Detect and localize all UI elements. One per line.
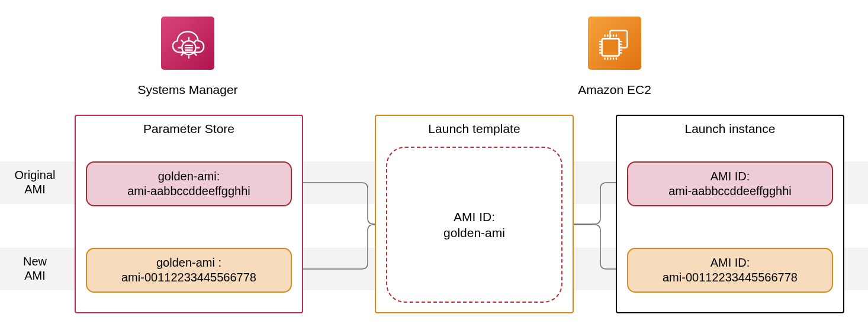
row-label-new-text: New AMI [23,255,47,282]
instance-original-pill: AMI ID: ami-aabbccddeeffgghhi [627,161,833,206]
parameter-store-title: Parameter Store [76,122,302,136]
instance-original-value: ami-aabbccddeeffgghhi [668,184,792,199]
ec2-icon [588,17,641,70]
arrow-param-original-to-lt [291,180,388,227]
svg-point-2 [191,47,192,48]
launch-template-title: Launch template [376,122,573,136]
ec2-text: Amazon EC2 [578,83,651,96]
instance-original-key: AMI ID: [711,169,750,184]
arrow-param-new-to-lt [291,223,388,271]
param-original-pill: golden-ami: ami-aabbccddeeffgghhi [86,161,292,206]
svg-point-1 [186,45,187,46]
systems-manager-icon [161,17,214,70]
launch-template-line2: golden-ami [443,225,505,241]
param-new-pill: golden-ami : ami-00112233445566778 [86,248,292,293]
instance-new-pill: AMI ID: ami-00112233445566778 [627,248,833,293]
row-label-original: Original AMI [0,168,70,196]
launch-instance-title: Launch instance [617,122,843,136]
systems-manager-text: Systems Manager [137,83,237,96]
row-label-original-text: Original AMI [15,169,56,196]
systems-manager-label: Systems Manager [99,83,277,97]
launch-template-inner: AMI ID: golden-ami [386,147,562,303]
svg-point-3 [187,49,188,50]
instance-new-value: ami-00112233445566778 [663,270,798,285]
instance-new-key: AMI ID: [711,255,750,270]
param-original-key: golden-ami: [158,169,220,184]
ec2-label: Amazon EC2 [526,83,703,97]
param-original-value: ami-aabbccddeeffgghhi [127,184,250,199]
launch-template-line1: AMI ID: [454,209,495,225]
param-new-value: ami-00112233445566778 [121,270,256,285]
row-label-new: New AMI [0,254,70,283]
param-new-key: golden-ami : [156,255,221,270]
svg-rect-5 [602,38,619,56]
